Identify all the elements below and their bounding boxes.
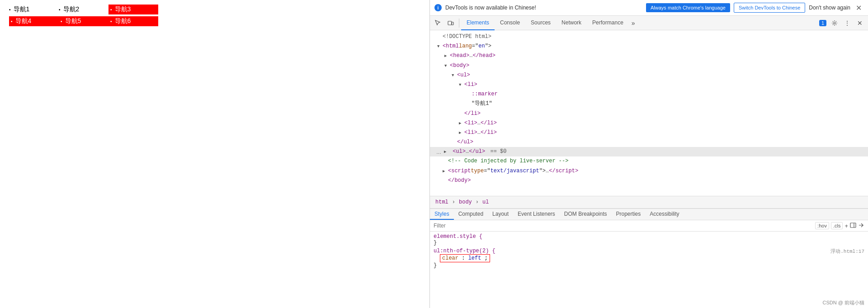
tree-ul2-selected[interactable]: … <ul>…</ul> == $0 [430, 147, 868, 156]
styles-panel: Styles Computed Layout Event Listeners D… [430, 208, 868, 308]
tree-body[interactable]: <body> [430, 61, 868, 71]
nav-item-2: • 导航2 [59, 5, 108, 14]
toolbar-separator [459, 19, 459, 28]
nav-label-2: 导航2 [63, 5, 80, 14]
tab-accessibility[interactable]: Accessibility [645, 209, 684, 220]
bullet-3: • [110, 7, 112, 12]
tree-li[interactable]: <li> [430, 80, 868, 90]
tab-computed[interactable]: Computed [454, 209, 488, 220]
html-tag: <html [443, 42, 459, 51]
tree-html[interactable]: <html lang="en"> [430, 42, 868, 51]
nav-item-6: • 导航6 [108, 16, 158, 26]
switch-language-button[interactable]: Switch DevTools to Chinese [734, 3, 805, 13]
expand-icon-ul[interactable] [452, 71, 457, 80]
bullet-6: • [110, 19, 112, 24]
breadcrumb-bar: html › body › ul [430, 196, 868, 208]
breadcrumb-body[interactable]: body [457, 199, 474, 205]
nav-label-6: 导航6 [115, 17, 131, 25]
tab-properties[interactable]: Properties [612, 209, 646, 220]
tab-elements[interactable]: Elements [461, 16, 495, 30]
match-language-button[interactable]: Always match Chrome's language [646, 3, 730, 12]
tab-console[interactable]: Console [495, 16, 525, 30]
tree-text-nav1[interactable]: "导航1" [430, 99, 868, 109]
style-selector-element: element.style { [434, 233, 482, 240]
svg-point-2 [834, 22, 835, 24]
svg-rect-3 [850, 223, 856, 227]
nav-item-4: • 导航4 [9, 16, 59, 26]
dots-button[interactable]: … [435, 149, 442, 155]
css-property-clear: clear : left ; [434, 255, 490, 261]
style-selector-ul: ul:nth-of-type(2) { [434, 248, 495, 254]
close-devtools-button[interactable]: ✕ [854, 17, 866, 29]
expand-icon-li[interactable] [459, 81, 464, 89]
css-property-value: left [468, 255, 481, 261]
tab-performance[interactable]: Performance [587, 16, 629, 30]
dont-show-label[interactable]: Don't show again [809, 5, 850, 11]
cls-filter-button[interactable]: .cls [831, 222, 843, 229]
svg-rect-1 [452, 22, 453, 25]
breadcrumb-html[interactable]: html [434, 199, 450, 205]
device-toggle-button[interactable] [444, 17, 457, 29]
style-closing-brace-element: } [434, 240, 437, 246]
more-tabs-button[interactable]: » [629, 16, 638, 30]
expand-icon-li3[interactable] [459, 128, 464, 137]
watermark: CSDN @ 前端小猫 [823, 299, 864, 306]
tab-event-listeners[interactable]: Event Listeners [513, 209, 560, 220]
tree-li-close[interactable]: </li> [430, 109, 868, 118]
inspect-element-button[interactable] [432, 17, 444, 29]
css-property-box: clear : left ; [440, 254, 490, 262]
add-style-button[interactable]: + [844, 223, 848, 229]
tree-ul[interactable]: <ul> [430, 71, 868, 80]
html-tree: <!DOCTYPE html> <html lang="en"> <head>…… [430, 30, 868, 196]
bullet-1: • [9, 7, 11, 12]
tab-sources[interactable]: Sources [525, 16, 556, 30]
settings-button[interactable] [828, 17, 841, 29]
nav-item-3: • 导航3 [108, 5, 158, 14]
toggle-sidebar-button[interactable] [850, 223, 856, 229]
expand-icon-head[interactable] [444, 52, 450, 60]
breadcrumb-ul[interactable]: ul [481, 199, 491, 205]
doctype-text: <!DOCTYPE html> [443, 33, 491, 41]
tree-comment[interactable]: <!-- Code injected by live-server --> [430, 156, 868, 166]
tab-styles[interactable]: Styles [430, 209, 454, 220]
bullet-5: • [61, 19, 62, 24]
styles-content: element.style { } ul:nth-of-type(2) { 浮动… [430, 232, 868, 308]
hov-filter-button[interactable]: :hov [815, 222, 829, 229]
style-source-location[interactable]: 浮动.html:17 [830, 248, 864, 255]
lang-notification-bar: i DevTools is now available in Chinese! … [430, 0, 868, 16]
tree-ul-close[interactable]: </ul> [430, 137, 868, 147]
tab-dom-breakpoints[interactable]: DOM Breakpoints [560, 209, 612, 220]
tab-layout[interactable]: Layout [488, 209, 513, 220]
tree-li3[interactable]: <li>…</li> [430, 128, 868, 137]
expand-icon-li2[interactable] [459, 119, 464, 128]
lang-message: DevTools is now available in Chinese! [445, 5, 642, 11]
styles-filter-bar: :hov .cls + [430, 220, 868, 232]
bullet-2: • [59, 7, 61, 12]
devtools-panel: i DevTools is now available in Chinese! … [429, 0, 868, 308]
nav-label-1: 导航1 [14, 5, 30, 14]
tree-marker[interactable]: ::marker [430, 90, 868, 99]
tree-script[interactable]: <script type="text/javascript"> … </scri… [430, 166, 868, 176]
close-notification-button[interactable]: ✕ [854, 4, 863, 12]
devtools-toolbar: Elements Console Sources Network Perform… [430, 16, 868, 30]
nav-row-2: • 导航4 • 导航5 • 导航6 [9, 16, 420, 26]
style-rule-ul-nth: ul:nth-of-type(2) { 浮动.html:17 clear : l… [434, 248, 864, 269]
tree-body-close[interactable]: </body> [430, 176, 868, 185]
page-content: • 导航1 • 导航2 • 导航3 • 导航4 • 导航5 • [0, 0, 429, 308]
tree-doctype[interactable]: <!DOCTYPE html> [430, 32, 868, 42]
expand-panel-button[interactable] [858, 223, 864, 229]
expand-icon-ul2[interactable] [444, 147, 449, 156]
css-property-name: clear [442, 255, 458, 261]
expand-icon-html[interactable] [437, 42, 443, 51]
svg-rect-0 [448, 21, 452, 25]
expand-icon-body[interactable] [444, 62, 450, 70]
tab-network[interactable]: Network [556, 16, 587, 30]
bullet-4: • [11, 19, 13, 24]
notification-badge: 1 [819, 20, 826, 26]
expand-icon-script[interactable] [443, 167, 448, 175]
tree-li2[interactable]: <li>…</li> [430, 118, 868, 128]
more-options-button[interactable]: ⋮ [841, 17, 854, 29]
tree-head[interactable]: <head>…</head> [430, 51, 868, 61]
nav-label-5: 导航5 [65, 17, 81, 25]
styles-filter-input[interactable] [434, 223, 813, 229]
